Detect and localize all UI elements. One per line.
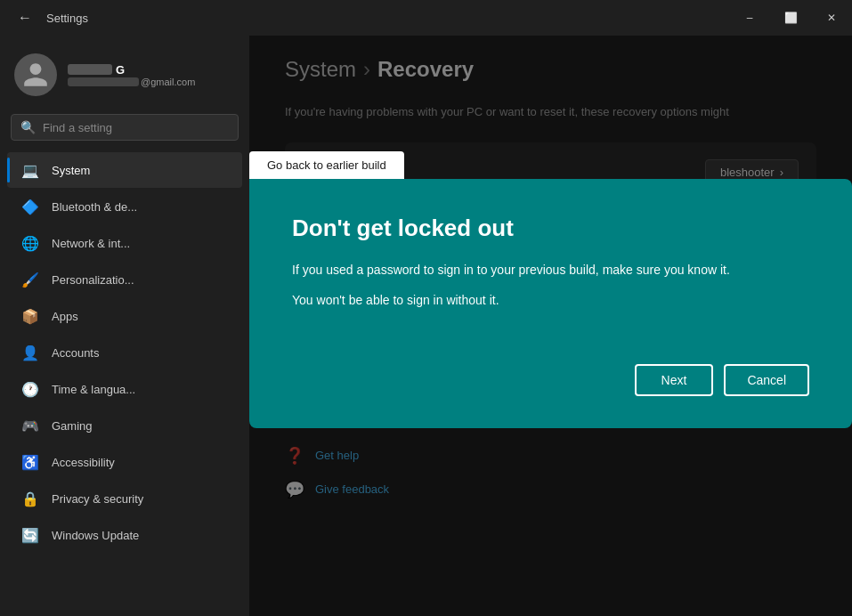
- dialog-body-line1: If you used a password to sign in to you…: [292, 260, 809, 280]
- sidebar-item-label: Accounts: [52, 346, 99, 360]
- minimize-button[interactable]: –: [729, 0, 770, 36]
- sidebar: G @gmail.com 🔍 Find a setting 💻 System 🔷…: [0, 36, 249, 616]
- sidebar-item-label: System: [52, 164, 90, 177]
- dialog-cancel-button[interactable]: Cancel: [724, 364, 809, 396]
- dialog-body: If you used a password to sign in to you…: [292, 260, 809, 336]
- sidebar-item-gaming[interactable]: 🎮 Gaming: [7, 408, 242, 443]
- sidebar-item-label: Apps: [52, 310, 78, 323]
- gaming-icon: 🎮: [21, 417, 39, 434]
- user-info: G @gmail.com: [68, 63, 235, 87]
- titlebar-title: Settings: [46, 12, 88, 25]
- apps-icon: 📦: [21, 307, 39, 325]
- dialog-container: Go back to earlier build Don't get locke…: [249, 151, 852, 428]
- dialog-overlay: Go back to earlier build Don't get locke…: [249, 36, 852, 616]
- sidebar-item-personalization[interactable]: 🖌️ Personalizatio...: [7, 262, 242, 297]
- sidebar-item-label: Accessibility: [52, 456, 115, 469]
- main-layout: G @gmail.com 🔍 Find a setting 💻 System 🔷…: [0, 36, 852, 616]
- accessibility-icon: ♿: [21, 453, 39, 471]
- user-profile[interactable]: G @gmail.com: [0, 43, 249, 107]
- sidebar-item-label: Time & langua...: [52, 383, 135, 396]
- sidebar-item-label: Windows Update: [52, 529, 139, 542]
- user-email: @gmail.com: [68, 77, 235, 87]
- privacy-icon: 🔒: [21, 490, 39, 507]
- sidebar-item-apps[interactable]: 📦 Apps: [7, 298, 242, 334]
- search-placeholder: Find a setting: [43, 121, 112, 134]
- dialog-next-button[interactable]: Next: [635, 364, 714, 396]
- content-area: System › Recovery If you're having probl…: [249, 36, 852, 616]
- accounts-icon: 👤: [21, 344, 39, 361]
- sidebar-item-windows-update[interactable]: 🔄 Windows Update: [7, 517, 242, 553]
- sidebar-item-network[interactable]: 🌐 Network & int...: [7, 225, 242, 261]
- dialog-title: Don't get locked out: [292, 215, 809, 242]
- sidebar-item-label: Network & int...: [52, 237, 130, 250]
- maximize-button[interactable]: ⬜: [770, 0, 811, 36]
- sidebar-item-accounts[interactable]: 👤 Accounts: [7, 335, 242, 370]
- titlebar: ← Settings – ⬜ ✕: [0, 0, 852, 36]
- sidebar-item-system[interactable]: 💻 System: [7, 152, 242, 188]
- avatar: [14, 53, 57, 96]
- sidebar-item-label: Gaming: [52, 419, 93, 433]
- system-icon: 💻: [21, 161, 39, 179]
- windows-update-icon: 🔄: [21, 526, 39, 544]
- user-name-blur: [68, 64, 112, 75]
- back-button[interactable]: ←: [11, 4, 39, 32]
- dialog: Don't get locked out If you used a passw…: [249, 179, 852, 428]
- nav-list: 💻 System 🔷 Bluetooth & de... 🌐 Network &…: [0, 151, 249, 554]
- close-button[interactable]: ✕: [811, 0, 852, 36]
- search-box[interactable]: 🔍 Find a setting: [11, 114, 239, 141]
- dialog-tab: Go back to earlier build: [249, 151, 404, 179]
- dialog-actions: Next Cancel: [292, 364, 809, 396]
- personalization-icon: 🖌️: [21, 271, 39, 288]
- search-icon: 🔍: [20, 120, 36, 134]
- user-email-blur: [68, 77, 139, 86]
- user-email-suffix: @gmail.com: [141, 77, 195, 87]
- sidebar-item-privacy[interactable]: 🔒 Privacy & security: [7, 481, 242, 516]
- user-name-suffix: G: [116, 63, 125, 77]
- sidebar-item-label: Bluetooth & de...: [52, 200, 137, 214]
- sidebar-item-time[interactable]: 🕐 Time & langua...: [7, 371, 242, 407]
- sidebar-item-bluetooth[interactable]: 🔷 Bluetooth & de...: [7, 189, 242, 224]
- dialog-body-line2: You won't be able to sign in without it.: [292, 290, 809, 310]
- time-icon: 🕐: [21, 380, 39, 398]
- network-icon: 🌐: [21, 234, 39, 252]
- bluetooth-icon: 🔷: [21, 198, 39, 215]
- sidebar-item-label: Personalizatio...: [52, 273, 134, 287]
- sidebar-item-label: Privacy & security: [52, 492, 143, 506]
- user-name: G: [68, 63, 235, 77]
- window-controls: – ⬜ ✕: [729, 0, 852, 36]
- sidebar-item-accessibility[interactable]: ♿ Accessibility: [7, 444, 242, 480]
